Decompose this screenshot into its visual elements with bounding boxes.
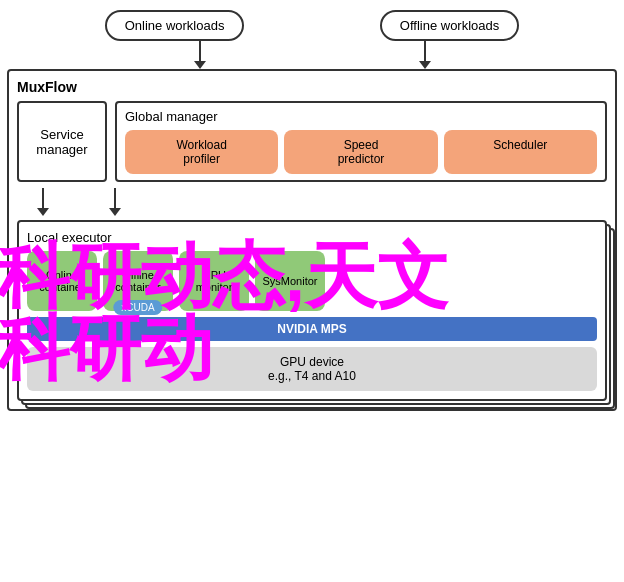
muxflow-label: MuxFlow: [17, 79, 607, 95]
watermark-line1: 科研动态,天文: [0, 236, 449, 316]
offline-arrow-line: [424, 41, 426, 61]
scheduler-label: Scheduler: [493, 138, 547, 152]
online-arrow-line: [199, 41, 201, 61]
global-manager-label: Global manager: [125, 109, 597, 124]
online-workloads-btn: Online workloads: [105, 10, 245, 41]
global-manager-section: Global manager Workloadprofiler Speedpre…: [115, 101, 607, 182]
global-manager-items: Workloadprofiler Speedpredictor Schedule…: [125, 130, 597, 174]
service-manager-label: Servicemanager: [36, 127, 87, 157]
online-arrow-head: [194, 61, 206, 69]
mid-arrow-right-line: [114, 188, 116, 208]
watermark: 科研动态,天文 科研动: [0, 240, 449, 384]
service-manager-box: Servicemanager: [17, 101, 107, 182]
offline-arrow-head: [419, 61, 431, 69]
mid-arrow-left-head: [37, 208, 49, 216]
mid-arrow-right-head: [109, 208, 121, 216]
mid-arrow-left-line: [42, 188, 44, 208]
speed-predictor-box: Speedpredictor: [284, 130, 437, 174]
mid-arrow-left: [37, 188, 49, 216]
online-arrow: [194, 41, 206, 69]
watermark-line2: 科研动: [0, 312, 449, 384]
offline-workloads-btn: Offline workloads: [380, 10, 519, 41]
speed-predictor-label: Speedpredictor: [338, 138, 385, 166]
main-diagram: Online workloads Offline workloads MuxFl…: [7, 10, 617, 411]
mid-arrow-right: [109, 188, 121, 216]
muxflow-top: Servicemanager Global manager Workloadpr…: [17, 101, 607, 182]
top-row: Online workloads Offline workloads: [7, 10, 617, 41]
workload-profiler-label: Workloadprofiler: [176, 138, 226, 166]
offline-arrow: [419, 41, 431, 69]
workload-profiler-box: Workloadprofiler: [125, 130, 278, 174]
scheduler-box: Scheduler: [444, 130, 597, 174]
